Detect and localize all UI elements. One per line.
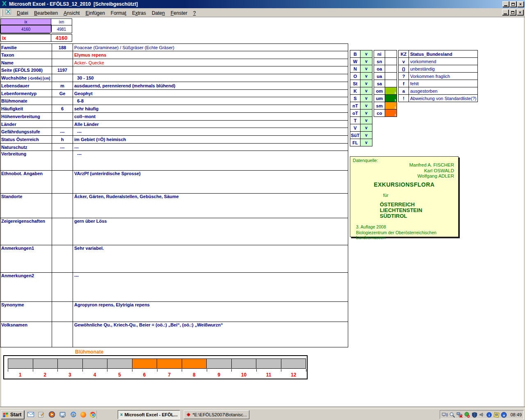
- bundesland-status-cell[interactable]: v: [361, 50, 372, 58]
- minimize-icon[interactable]: [502, 1, 509, 7]
- media-player-icon[interactable]: [48, 411, 55, 418]
- explorer-icon[interactable]: [59, 411, 66, 418]
- bundesland-code-cell[interactable]: T: [350, 117, 361, 124]
- record-code[interactable]: m: [52, 82, 73, 90]
- record-value[interactable]: gern über Löss: [73, 218, 348, 245]
- bundesland-code-cell[interactable]: S: [350, 95, 361, 102]
- menu-item-format[interactable]: Format: [108, 9, 129, 17]
- restore-icon[interactable]: [510, 1, 516, 7]
- record-label[interactable]: Verbreitung: [0, 151, 52, 171]
- clock[interactable]: 08:49: [510, 412, 522, 417]
- menu-item-einfgen[interactable]: Einfügen: [82, 9, 107, 17]
- bundesland-code-cell[interactable]: N: [350, 65, 361, 73]
- record-value[interactable]: ausdauernd, perennierend (mehrmals blühe…: [73, 82, 348, 90]
- record-label[interactable]: Anmerkungen2: [0, 273, 52, 302]
- display-sound-icon[interactable]: [442, 412, 448, 418]
- record-label[interactable]: Lebensdauer: [0, 82, 52, 90]
- legend-kz-cell[interactable]: a: [399, 87, 409, 95]
- record-code[interactable]: [52, 113, 73, 121]
- belt-code-cell[interactable]: oa: [374, 65, 385, 73]
- shield-icon[interactable]: [471, 412, 477, 418]
- legend-header-status[interactable]: Status_Bundesland: [409, 50, 478, 58]
- legend-kz-cell[interactable]: ?: [399, 73, 409, 80]
- legend-text-cell[interactable]: unbeständig: [409, 65, 478, 73]
- record-value[interactable]: Sehr variabel.: [73, 245, 348, 273]
- record-value[interactable]: Gewöhnliche Qu., Kriech-Qu., Beier = (oö…: [73, 322, 348, 347]
- task-button-excel[interactable]: Microsoft Excel - EFÖL...: [118, 410, 180, 419]
- menu-item-?[interactable]: ?: [190, 9, 199, 17]
- belt-code-cell[interactable]: sn: [374, 58, 385, 65]
- record-code[interactable]: ---: [52, 144, 73, 151]
- record-label[interactable]: Häufigkeit: [0, 105, 52, 113]
- mail-icon[interactable]: [27, 411, 34, 418]
- info-icon[interactable]: i: [486, 412, 492, 418]
- record-code[interactable]: [52, 302, 73, 322]
- record-label[interactable]: Seite (EFÖLS 2008): [0, 66, 52, 74]
- record-value[interactable]: Elymus repens: [73, 51, 348, 59]
- record-label[interactable]: Volksnamen: [0, 322, 52, 347]
- internet-explorer-icon[interactable]: [70, 411, 77, 418]
- bundesland-code-cell[interactable]: K: [350, 87, 361, 95]
- bundesland-status-cell[interactable]: v: [361, 73, 372, 80]
- legend-text-cell[interactable]: Vorkommen fraglich: [409, 73, 478, 80]
- belt-code-cell[interactable]: um: [374, 95, 385, 102]
- record-code[interactable]: [52, 151, 73, 171]
- record-code[interactable]: [52, 194, 73, 218]
- record-code[interactable]: [52, 97, 73, 105]
- record-value[interactable]: sehr häufig: [73, 105, 348, 113]
- bundesland-code-cell[interactable]: FL: [350, 139, 361, 146]
- record-code[interactable]: 6: [52, 105, 73, 113]
- ix-label-cell[interactable]: ix: [0, 34, 51, 42]
- firefox-icon[interactable]: [80, 412, 86, 418]
- record-label[interactable]: Status Österreich: [0, 136, 52, 144]
- record-label[interactable]: Höhenverbreitung: [0, 113, 52, 121]
- legend-header-kz[interactable]: KZ: [399, 50, 409, 58]
- record-code[interactable]: [52, 245, 73, 273]
- ix-value-cell[interactable]: 4160: [51, 34, 72, 42]
- belt-color-cell[interactable]: [385, 50, 397, 58]
- ref-header-ix[interactable]: ix: [0, 18, 51, 25]
- menu-item-datei[interactable]: Datei: [14, 9, 31, 17]
- record-code[interactable]: 1197: [52, 66, 73, 74]
- record-label[interactable]: Standorte: [0, 194, 52, 218]
- bundesland-code-cell[interactable]: oT: [350, 110, 361, 117]
- menu-item-extras[interactable]: Extras: [129, 9, 149, 17]
- legend-kz-cell[interactable]: !: [399, 95, 409, 102]
- record-label[interactable]: Naturschutz: [0, 144, 52, 151]
- record-code[interactable]: [52, 59, 73, 66]
- doc-minimize-icon[interactable]: [502, 9, 509, 15]
- bundesland-status-cell[interactable]: v: [361, 117, 372, 124]
- bundesland-code-cell[interactable]: SüT: [350, 132, 361, 139]
- record-value[interactable]: Äcker, Gärten, Ruderalstellen, Gebüsche,…: [73, 194, 348, 218]
- chrome-icon[interactable]: [90, 412, 96, 418]
- bundesland-code-cell[interactable]: O: [350, 73, 361, 80]
- record-value[interactable]: ---: [73, 273, 348, 302]
- record-value[interactable]: ---: [73, 128, 348, 136]
- bundesland-code-cell[interactable]: St: [350, 80, 361, 87]
- record-label[interactable]: Länder: [0, 121, 52, 128]
- record-label[interactable]: Synonyme: [0, 302, 52, 322]
- record-value[interactable]: Acker- Quecke: [73, 59, 348, 66]
- record-code[interactable]: 188: [52, 44, 73, 51]
- messenger-blocked-icon[interactable]: [464, 412, 470, 418]
- belt-color-cell[interactable]: 1: [385, 102, 397, 110]
- menu-item-daten[interactable]: Daten: [149, 9, 168, 17]
- belt-code-cell[interactable]: sa: [374, 80, 385, 87]
- bundesland-code-cell[interactable]: W: [350, 58, 361, 65]
- legend-text-cell[interactable]: fehlt: [409, 80, 478, 87]
- record-code[interactable]: Ge: [52, 90, 73, 97]
- record-label[interactable]: Familie: [0, 44, 52, 51]
- ref-header-ixn[interactable]: ixn: [51, 18, 72, 25]
- card-reader-icon[interactable]: [493, 412, 500, 418]
- record-label[interactable]: Ethnobot. Angaben: [0, 171, 52, 194]
- record-value[interactable]: 30 - 150: [73, 74, 348, 82]
- record-label[interactable]: Anmerkungen1: [0, 245, 52, 273]
- record-code[interactable]: [52, 51, 73, 59]
- menu-item-bearbeiten[interactable]: Bearbeiten: [31, 9, 61, 17]
- record-code[interactable]: [52, 171, 73, 194]
- record-label[interactable]: Lebenformentyp: [0, 90, 52, 97]
- record-value[interactable]: [73, 66, 348, 74]
- toolbar-grip[interactable]: [2, 9, 3, 16]
- record-label[interactable]: Zeigereigenschaften: [0, 218, 52, 245]
- bundesland-status-cell[interactable]: v: [361, 102, 372, 110]
